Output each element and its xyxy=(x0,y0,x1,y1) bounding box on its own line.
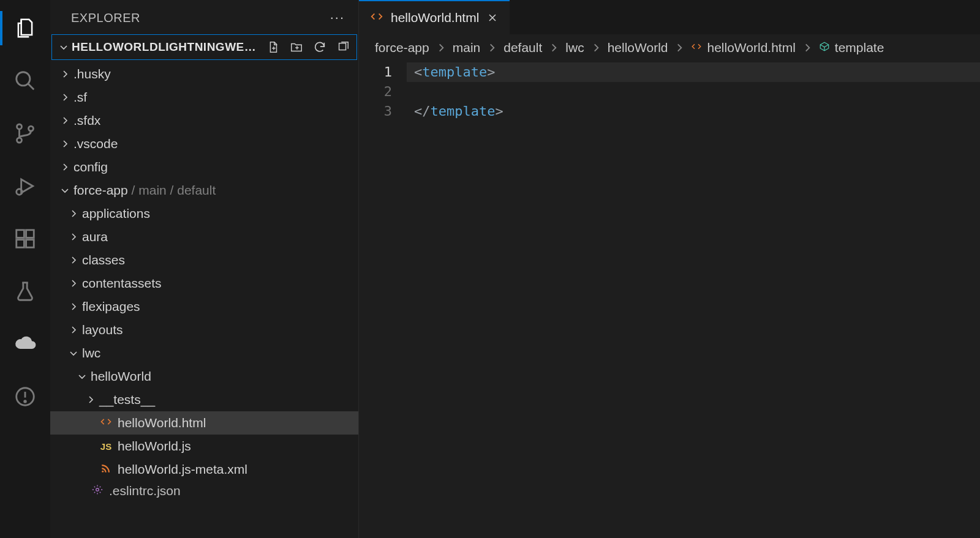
svg-point-2 xyxy=(17,138,22,143)
activity-testing[interactable] xyxy=(0,274,50,308)
file-row[interactable]: helloWorld.html xyxy=(50,411,358,435)
folder-label: flexipages xyxy=(82,299,140,314)
folder-row[interactable]: lwc xyxy=(50,342,358,365)
tabbar-empty xyxy=(510,0,980,34)
app-root: EXPLORER ··· HELLOWORLDLIGHTNINGWE… .hus… xyxy=(0,0,980,538)
line-number: 3 xyxy=(359,102,392,121)
breadcrumb-item[interactable]: helloWorld.html xyxy=(691,40,795,55)
sidebar-more-icon[interactable]: ··· xyxy=(330,10,345,26)
activity-run-debug[interactable] xyxy=(0,169,50,203)
file-icon xyxy=(99,463,113,476)
file-row[interactable]: JShelloWorld.js xyxy=(50,435,358,458)
tab-bar: helloWorld.html xyxy=(359,0,980,34)
chevron-right-icon xyxy=(67,324,80,336)
breadcrumb-item[interactable]: default xyxy=(503,40,542,55)
folder-row[interactable]: classes xyxy=(50,248,358,272)
breadcrumb-item[interactable]: force-app xyxy=(375,40,429,55)
file-label: .eslintrc.json xyxy=(109,484,181,498)
extensions-icon xyxy=(13,227,37,250)
code-line[interactable]: </template> xyxy=(407,102,980,121)
activity-source-control[interactable] xyxy=(0,116,50,151)
folder-row[interactable]: contentassets xyxy=(50,272,358,295)
folder-row[interactable]: flexipages xyxy=(50,295,358,318)
breadcrumb-item[interactable]: helloWorld xyxy=(608,40,668,55)
new-file-button[interactable] xyxy=(266,40,281,54)
breadcrumb-item[interactable]: main xyxy=(453,40,481,55)
file-row[interactable]: .eslintrc.json xyxy=(50,481,358,501)
chevron-right-icon xyxy=(802,42,813,53)
folder-row[interactable]: layouts xyxy=(50,318,358,342)
chevron-right-icon xyxy=(67,277,80,290)
breadcrumb-label: helloWorld xyxy=(608,40,668,55)
chevron-down-icon xyxy=(67,347,80,359)
svg-point-3 xyxy=(29,126,34,131)
collapse-all-button[interactable] xyxy=(336,40,350,54)
folder-label: helloWorld xyxy=(91,369,151,384)
folder-row[interactable]: force-app / main / default xyxy=(50,179,358,202)
breadcrumb-item[interactable]: template xyxy=(819,40,884,55)
chevron-down-icon xyxy=(76,370,88,383)
project-toolbar xyxy=(266,40,350,54)
chevron-right-icon xyxy=(59,114,71,127)
file-label: helloWorld.js-meta.xml xyxy=(118,462,247,477)
folder-row[interactable]: .sf xyxy=(50,86,358,109)
chevron-right-icon xyxy=(59,68,71,80)
chevron-right-icon xyxy=(67,301,80,313)
activity-salesforce[interactable] xyxy=(0,327,50,361)
cloud-icon xyxy=(13,332,37,356)
svg-rect-11 xyxy=(339,43,346,50)
code-line[interactable]: <template> xyxy=(407,62,980,82)
svg-point-0 xyxy=(17,72,30,86)
breadcrumb-item[interactable]: lwc xyxy=(565,40,584,55)
folder-row[interactable]: applications xyxy=(50,202,358,225)
file-icon xyxy=(99,416,113,430)
svg-rect-6 xyxy=(26,230,34,238)
folder-row[interactable]: .husky xyxy=(50,62,358,86)
editor-area: helloWorld.html force-appmaindefaultlwch… xyxy=(359,0,980,538)
project-header[interactable]: HELLOWORLDLIGHTNINGWE… xyxy=(51,34,357,60)
folder-row[interactable]: __tests__ xyxy=(50,388,358,411)
code-line[interactable] xyxy=(407,82,980,102)
chevron-right-icon xyxy=(486,42,497,53)
chevron-right-icon xyxy=(67,207,80,220)
folder-label: .sf xyxy=(74,90,87,105)
folder-row[interactable]: helloWorld xyxy=(50,365,358,388)
folder-label: .husky xyxy=(74,67,111,81)
tab-label: helloWorld.html xyxy=(391,10,479,25)
chevron-right-icon xyxy=(590,42,601,53)
chevron-down-icon xyxy=(58,42,69,53)
refresh-button[interactable] xyxy=(312,40,327,54)
svg-point-1 xyxy=(17,124,22,129)
folder-row[interactable]: .vscode xyxy=(50,132,358,155)
activity-problems[interactable] xyxy=(0,379,50,414)
sidebar-title-row: EXPLORER ··· xyxy=(50,0,358,34)
new-folder-button[interactable] xyxy=(289,40,304,54)
folder-label: applications xyxy=(82,206,150,221)
svg-point-12 xyxy=(102,471,104,473)
activity-search[interactable] xyxy=(0,64,50,98)
chevron-right-icon xyxy=(674,42,685,53)
code-editor[interactable]: 123 <template></template> xyxy=(359,61,980,538)
file-label: helloWorld.js xyxy=(118,439,191,454)
folder-row[interactable]: .sfdx xyxy=(50,109,358,132)
tab-close-button[interactable] xyxy=(486,12,499,24)
folder-label: contentassets xyxy=(82,276,162,291)
folder-row[interactable]: config xyxy=(50,155,358,179)
chevron-right-icon xyxy=(59,161,71,173)
tab-helloworld-html[interactable]: helloWorld.html xyxy=(359,0,510,34)
breadcrumb-icon xyxy=(819,40,830,55)
folder-label: __tests__ xyxy=(99,392,155,407)
activity-explorer[interactable] xyxy=(0,11,50,45)
code-lines[interactable]: <template></template> xyxy=(407,62,980,538)
file-label: helloWorld.html xyxy=(118,416,206,430)
folder-row[interactable]: aura xyxy=(50,225,358,248)
file-icon xyxy=(91,484,104,498)
chevron-down-icon xyxy=(59,184,71,196)
file-row[interactable]: helloWorld.js-meta.xml xyxy=(50,458,358,481)
breadcrumb-icon xyxy=(691,40,702,55)
play-bug-icon xyxy=(13,174,37,198)
breadcrumb-label: helloWorld.html xyxy=(707,40,795,55)
line-number: 1 xyxy=(359,62,392,82)
activity-extensions[interactable] xyxy=(0,222,50,256)
svg-rect-7 xyxy=(17,240,24,248)
